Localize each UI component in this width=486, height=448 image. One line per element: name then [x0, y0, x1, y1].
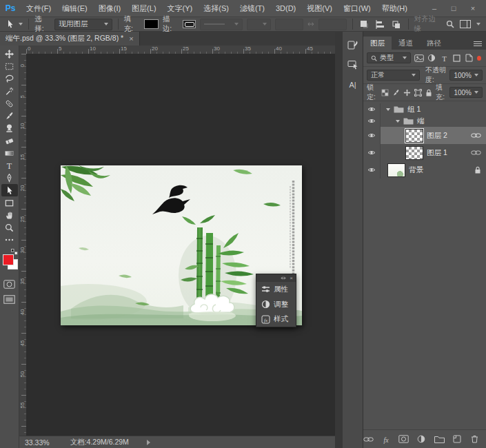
- menu-item[interactable]: 选择(S): [198, 3, 234, 14]
- type-tool[interactable]: T: [1, 159, 18, 172]
- stroke-color-swatch[interactable]: [183, 20, 196, 28]
- styles-panel-item[interactable]: fx 样式: [256, 312, 296, 327]
- filter-adjustment-layers-icon[interactable]: [427, 53, 436, 63]
- layer-name[interactable]: 端: [417, 116, 425, 126]
- new-layer-icon[interactable]: [452, 434, 463, 445]
- group-expand-caret-icon[interactable]: [386, 108, 390, 111]
- edit-toolbar-ellipsis-icon[interactable]: [1, 234, 18, 246]
- menu-item[interactable]: 3D(D): [270, 4, 301, 12]
- lock-pixels-icon[interactable]: [392, 88, 400, 98]
- layer-thumbnail[interactable]: [405, 129, 423, 143]
- new-group-icon[interactable]: [434, 434, 445, 445]
- marquee-tool[interactable]: [1, 60, 18, 72]
- minimize-button[interactable]: –: [429, 4, 439, 12]
- filter-pixel-layers-icon[interactable]: [414, 53, 423, 63]
- character-panel-icon[interactable]: A|: [345, 78, 361, 92]
- popup-close-icon[interactable]: ×: [290, 275, 293, 281]
- canvas-pasteboard[interactable]: [26, 54, 335, 436]
- link-layers-icon[interactable]: [363, 434, 374, 445]
- path-selection-tool-icon[interactable]: [4, 19, 16, 30]
- spot-healing-brush-tool[interactable]: [1, 97, 18, 110]
- layer-row-background[interactable]: 背景: [363, 161, 486, 179]
- tab-layers[interactable]: 图层: [363, 37, 392, 50]
- path-arrangement-icon[interactable]: [390, 19, 402, 30]
- lock-all-icon[interactable]: [425, 88, 433, 98]
- layer-row-layer2[interactable]: 图层 2: [363, 127, 486, 144]
- delete-layer-icon[interactable]: [469, 434, 480, 445]
- tab-channels[interactable]: 通道: [392, 37, 420, 50]
- status-menu-arrow-icon[interactable]: [147, 440, 150, 445]
- workspace-switcher-icon[interactable]: [460, 20, 471, 28]
- new-adjustment-layer-icon[interactable]: [416, 434, 427, 445]
- group-expand-caret-icon[interactable]: [396, 120, 400, 123]
- path-selection-tool[interactable]: [1, 184, 18, 196]
- menu-item[interactable]: 编辑(E): [57, 3, 93, 14]
- adjustments-panel-item[interactable]: 调整: [256, 297, 296, 312]
- tab-paths[interactable]: 路径: [420, 37, 448, 50]
- document-tab[interactable]: 端午.psd @ 33.3% (图层 2, RGB/8) * ×: [0, 32, 140, 45]
- visibility-toggle[interactable]: [363, 144, 381, 161]
- fill-field[interactable]: 100%: [449, 87, 483, 98]
- lock-artboard-icon[interactable]: [414, 88, 422, 98]
- filter-type-layers-icon[interactable]: T: [439, 53, 449, 63]
- layer-name[interactable]: 图层 2: [427, 131, 447, 141]
- magic-wand-tool[interactable]: [1, 85, 18, 97]
- select-mode-dropdown[interactable]: 现用图层: [54, 19, 112, 30]
- filter-shape-layers-icon[interactable]: [452, 53, 461, 63]
- menu-item[interactable]: 窗口(W): [338, 3, 376, 14]
- expand-panel-icon[interactable]: [281, 276, 286, 281]
- layer-name[interactable]: 图层 1: [427, 148, 447, 158]
- move-tool[interactable]: [1, 48, 18, 60]
- menu-item[interactable]: 文字(Y): [162, 3, 199, 14]
- clone-stamp-tool[interactable]: [1, 122, 18, 134]
- foreground-color-swatch[interactable]: [3, 254, 14, 265]
- menu-item[interactable]: 视图(V): [301, 3, 338, 14]
- search-icon[interactable]: [446, 20, 454, 28]
- menu-item[interactable]: 图像(I): [93, 3, 126, 14]
- visibility-toggle[interactable]: [363, 161, 381, 179]
- path-alignment-icon[interactable]: [374, 19, 386, 30]
- screen-mode-icon[interactable]: [1, 293, 18, 305]
- layer-name[interactable]: 背景: [409, 165, 423, 175]
- history-panel-icon[interactable]: [345, 38, 361, 52]
- lock-position-icon[interactable]: [403, 88, 411, 98]
- workspace-caret-icon[interactable]: [476, 23, 480, 26]
- fill-color-swatch[interactable]: [144, 19, 159, 29]
- layer-row-group2[interactable]: 端: [363, 115, 486, 127]
- properties-panel-item[interactable]: 属性: [256, 282, 296, 297]
- layer-style-fx-icon[interactable]: fx: [381, 434, 392, 445]
- layer-thumbnail[interactable]: [405, 146, 423, 160]
- visibility-toggle[interactable]: [363, 115, 381, 127]
- layer-name[interactable]: 组 1: [407, 105, 421, 114]
- brush-tool[interactable]: [1, 110, 18, 122]
- menu-item[interactable]: 滤镜(T): [234, 3, 270, 14]
- add-layer-mask-icon[interactable]: [398, 434, 409, 445]
- zoom-level-field[interactable]: 33.33%: [22, 438, 52, 447]
- layer-row-layer1[interactable]: 图层 1: [363, 144, 486, 161]
- layer-thumbnail[interactable]: [387, 163, 405, 177]
- tab-close-icon[interactable]: ×: [129, 34, 133, 43]
- eraser-tool[interactable]: [1, 134, 18, 147]
- menu-item[interactable]: 帮助(H): [376, 3, 413, 14]
- menu-item[interactable]: 文件(F): [21, 3, 57, 14]
- filter-type-dropdown[interactable]: 类型: [367, 52, 411, 63]
- layer-row-group1[interactable]: 组 1: [363, 103, 486, 115]
- path-operations-icon[interactable]: [358, 19, 370, 30]
- filter-smart-objects-icon[interactable]: [465, 53, 474, 63]
- hand-tool[interactable]: [1, 209, 18, 221]
- tool-preset-caret-icon[interactable]: [19, 23, 23, 26]
- visibility-toggle[interactable]: [363, 127, 381, 144]
- popup-header[interactable]: ×: [256, 274, 296, 282]
- quick-mask-mode-icon[interactable]: [1, 278, 18, 290]
- opacity-field[interactable]: 100%: [449, 70, 483, 81]
- maximize-button[interactable]: □: [449, 4, 458, 12]
- panel-menu-icon[interactable]: [474, 41, 486, 50]
- menu-item[interactable]: 图层(L): [126, 3, 161, 14]
- pen-tool[interactable]: [1, 172, 18, 184]
- rectangle-tool[interactable]: [1, 196, 18, 209]
- actions-panel-icon[interactable]: [345, 58, 361, 72]
- gradient-tool[interactable]: [1, 147, 18, 159]
- zoom-tool[interactable]: [1, 221, 18, 234]
- close-button[interactable]: ×: [468, 4, 478, 12]
- lasso-tool[interactable]: [1, 72, 18, 85]
